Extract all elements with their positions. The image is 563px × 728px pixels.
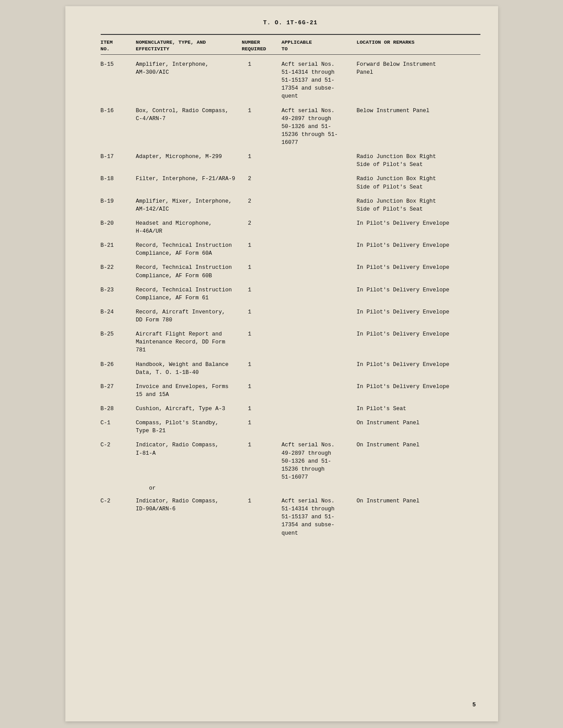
item-no-c2b: C-2: [101, 497, 136, 505]
number-c2b: 1: [242, 497, 282, 505]
applicable-c2a: Acft serial Nos.49-2897 through50-1326 a…: [282, 441, 357, 481]
page-number: 5: [472, 702, 476, 708]
applicable-c2b: Acft serial Nos.51-14314 through51-15137…: [282, 497, 357, 537]
item-no-b23: B-23: [101, 286, 136, 294]
applicable-b16: Acft serial Nos.49-2897 through50-1326 a…: [282, 107, 357, 147]
location-b20: In Pilot's Delivery Envelope: [357, 219, 480, 227]
nomenclature-b22: Record, Technical InstructionCompliance,…: [136, 264, 242, 279]
location-b23: In Pilot's Delivery Envelope: [357, 286, 480, 294]
table-row: B-15 Amplifier, Interphone,AM-300/AIC 1 …: [101, 57, 480, 104]
table-row: B-19 Amplifier, Mixer, Interphone,AM-142…: [101, 194, 480, 216]
number-b28: 1: [242, 405, 282, 413]
item-no-b15: B-15: [101, 60, 136, 68]
number-c2a: 1: [242, 441, 282, 449]
item-no-b19: B-19: [101, 197, 136, 205]
nomenclature-b27: Invoice and Envelopes, Forms15 and 15A: [136, 383, 242, 399]
number-b22: 1: [242, 264, 282, 272]
location-b21: In Pilot's Delivery Envelope: [357, 241, 480, 249]
item-no-b24: B-24: [101, 308, 136, 316]
page: T. O. 1T-6G-21 ITEMNO. NOMENCLATURE, TYP…: [65, 6, 498, 721]
item-no-b20: B-20: [101, 219, 136, 227]
number-b20: 2: [242, 219, 282, 227]
col-nomenclature: NOMENCLATURE, TYPE, ANDEFFECTIVITY: [136, 39, 242, 53]
column-headers: ITEMNO. NOMENCLATURE, TYPE, ANDEFFECTIVI…: [101, 39, 480, 55]
nomenclature-b26: Handbook, Weight and BalanceData, T. O. …: [136, 361, 242, 377]
location-b26: In Pilot's Delivery Envelope: [357, 361, 480, 369]
item-no-b25: B-25: [101, 330, 136, 338]
nomenclature-b28: Cushion, Aircraft, Type A-3: [136, 405, 242, 413]
item-no-b21: B-21: [101, 241, 136, 249]
nomenclature-b25: Aircraft Flight Report andMaintenance Re…: [136, 330, 242, 354]
item-no-c1: C-1: [101, 419, 136, 427]
location-c1: On Instrument Panel: [357, 419, 480, 427]
item-no-b28: B-28: [101, 405, 136, 413]
item-no-b22: B-22: [101, 264, 136, 272]
number-b17: 1: [242, 153, 282, 161]
table-row: B-27 Invoice and Envelopes, Forms15 and …: [101, 380, 480, 402]
location-b15: Forward Below InstrumentPanel: [357, 60, 480, 76]
number-b27: 1: [242, 383, 282, 391]
nomenclature-b18: Filter, Interphone, F-21/ARA-9: [136, 175, 242, 183]
location-c2b: On Instrument Panel: [357, 497, 480, 505]
applicable-b15: Acft serial Nos.51-14314 through51-15137…: [282, 60, 357, 101]
nomenclature-b15: Amplifier, Interphone,AM-300/AIC: [136, 60, 242, 76]
table-body: B-15 Amplifier, Interphone,AM-300/AIC 1 …: [101, 57, 480, 540]
number-b26: 1: [242, 361, 282, 369]
table-row: B-28 Cushion, Aircraft, Type A-3 1 In Pi…: [101, 402, 480, 416]
col-item-no: ITEMNO.: [101, 39, 136, 53]
location-b28: In Pilot's Seat: [357, 405, 480, 413]
number-b21: 1: [242, 241, 282, 249]
location-b27: In Pilot's Delivery Envelope: [357, 383, 480, 391]
header-divider: [101, 34, 480, 35]
table-row: B-26 Handbook, Weight and BalanceData, T…: [101, 358, 480, 380]
nomenclature-b23: Record, Technical InstructionCompliance,…: [136, 286, 242, 302]
nomenclature-c2b: Indicator, Radio Compass,ID-90A/ARN-6: [136, 497, 242, 513]
nomenclature-b19: Amplifier, Mixer, Interphone,AM-142/AIC: [136, 197, 242, 213]
col-number-required: NUMBERREQUIRED: [242, 39, 282, 53]
table-row: B-22 Record, Technical InstructionCompli…: [101, 260, 480, 283]
location-b19: Radio Junction Box RightSide of Pilot's …: [357, 197, 480, 213]
table-row: B-25 Aircraft Flight Report andMaintenan…: [101, 327, 480, 357]
number-c1: 1: [242, 419, 282, 427]
location-c2a: On Instrument Panel: [357, 441, 480, 449]
table-row: B-20 Headset and Microphone,H-46A/UR 2 I…: [101, 216, 480, 238]
number-b23: 1: [242, 286, 282, 294]
location-b18: Radio Junction Box RightSide of Pilot's …: [357, 175, 480, 191]
number-b15: 1: [242, 60, 282, 68]
nomenclature-b16: Box, Control, Radio Compass,C-4/ARN-7: [136, 107, 242, 123]
number-b25: 1: [242, 330, 282, 338]
page-title: T. O. 1T-6G-21: [101, 19, 480, 26]
nomenclature-c1: Compass, Pilot's Standby,Type B-21: [136, 419, 242, 435]
location-b24: In Pilot's Delivery Envelope: [357, 308, 480, 316]
col-applicable-to: APPLICABLETO: [282, 39, 357, 53]
or-label: or: [136, 485, 242, 493]
nomenclature-c2a: Indicator, Radio Compass,I-81-A: [136, 441, 242, 457]
item-no-b18: B-18: [101, 175, 136, 183]
table-row: C-2 Indicator, Radio Compass,I-81-A 1 Ac…: [101, 438, 480, 484]
table-row: C-1 Compass, Pilot's Standby,Type B-21 1…: [101, 416, 480, 438]
item-no-c2a: C-2: [101, 441, 136, 449]
col-location: LOCATION OR REMARKS: [357, 39, 480, 53]
location-b25: In Pilot's Delivery Envelope: [357, 330, 480, 338]
table-row: B-23 Record, Technical InstructionCompli…: [101, 283, 480, 305]
number-b24: 1: [242, 308, 282, 316]
table-row: B-24 Record, Aircraft Inventory,DD Form …: [101, 305, 480, 327]
nomenclature-b24: Record, Aircraft Inventory,DD Form 780: [136, 308, 242, 324]
location-b16: Below Instrument Panel: [357, 107, 480, 115]
number-b19: 2: [242, 197, 282, 205]
nomenclature-b20: Headset and Microphone,H-46A/UR: [136, 219, 242, 235]
item-no-b26: B-26: [101, 361, 136, 369]
table-row: B-21 Record, Technical InstructionCompli…: [101, 238, 480, 260]
table-row: B-16 Box, Control, Radio Compass,C-4/ARN…: [101, 104, 480, 150]
item-no-b17: B-17: [101, 153, 136, 161]
or-row: or: [101, 484, 480, 494]
number-b18: 2: [242, 175, 282, 183]
number-b16: 1: [242, 107, 282, 115]
nomenclature-b17: Adapter, Microphone, M-299: [136, 153, 242, 161]
location-b17: Radio Junction Box RightSide of Pilot's …: [357, 153, 480, 169]
location-b22: In Pilot's Delivery Envelope: [357, 264, 480, 272]
item-no-b27: B-27: [101, 383, 136, 391]
table-row: B-17 Adapter, Microphone, M-299 1 Radio …: [101, 150, 480, 172]
nomenclature-b21: Record, Technical InstructionCompliance,…: [136, 241, 242, 257]
item-no-b16: B-16: [101, 107, 136, 115]
